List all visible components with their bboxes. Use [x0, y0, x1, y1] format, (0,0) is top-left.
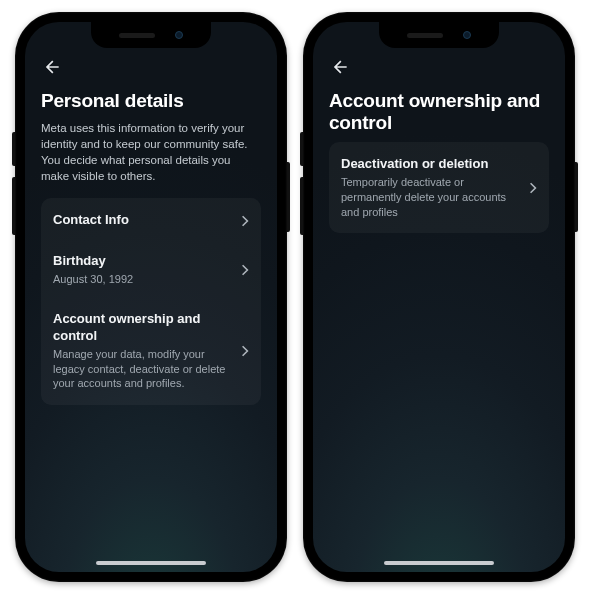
phone-side-button [287, 162, 290, 232]
home-indicator[interactable] [384, 561, 494, 565]
screen-left: Personal details Meta uses this informat… [25, 22, 277, 572]
back-button[interactable] [41, 56, 63, 78]
phone-side-button [575, 162, 578, 232]
page-subtitle: Meta uses this information to verify you… [41, 120, 261, 184]
arrow-left-icon [42, 57, 62, 77]
personal-details-screen: Personal details Meta uses this informat… [25, 22, 277, 419]
settings-card: Deactivation or deletion Temporarily dea… [329, 142, 549, 233]
notch [379, 22, 499, 48]
chevron-right-icon [241, 214, 249, 228]
back-button[interactable] [329, 56, 351, 78]
row-subtitle: August 30, 1992 [53, 272, 231, 287]
chevron-right-icon [241, 344, 249, 358]
row-title: Birthday [53, 253, 231, 270]
row-deactivation-deletion[interactable]: Deactivation or deletion Temporarily dea… [329, 142, 549, 233]
row-title: Account ownership and control [53, 311, 231, 345]
chevron-right-icon [241, 263, 249, 277]
account-ownership-screen: Account ownership and control Deactivati… [313, 22, 565, 247]
settings-card: Contact Info Birthday August 30, 1992 [41, 198, 261, 405]
screen-right: Account ownership and control Deactivati… [313, 22, 565, 572]
row-account-ownership[interactable]: Account ownership and control Manage you… [41, 301, 261, 405]
home-indicator[interactable] [96, 561, 206, 565]
row-title: Deactivation or deletion [341, 156, 519, 173]
page-title: Personal details [41, 90, 261, 112]
notch [91, 22, 211, 48]
row-title: Contact Info [53, 212, 231, 229]
row-contact-info[interactable]: Contact Info [41, 198, 261, 243]
row-birthday[interactable]: Birthday August 30, 1992 [41, 243, 261, 301]
chevron-right-icon [529, 181, 537, 195]
arrow-left-icon [330, 57, 350, 77]
phone-left: Personal details Meta uses this informat… [15, 12, 287, 582]
page-title: Account ownership and control [329, 90, 549, 134]
phone-right: Account ownership and control Deactivati… [303, 12, 575, 582]
row-subtitle: Manage your data, modify your legacy con… [53, 347, 231, 392]
row-subtitle: Temporarily deactivate or permanently de… [341, 175, 519, 220]
